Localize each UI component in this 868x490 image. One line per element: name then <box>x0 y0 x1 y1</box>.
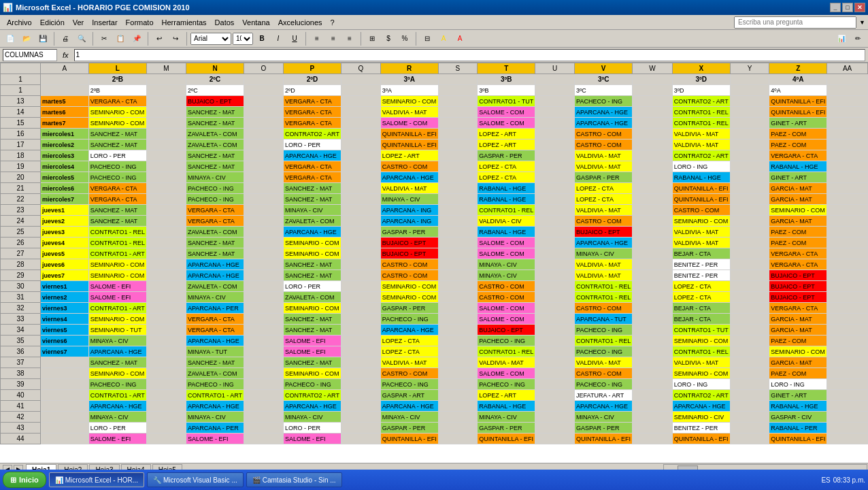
cell-Z38[interactable]: PAEZ - COM <box>769 368 827 379</box>
cell-S22[interactable] <box>438 194 478 205</box>
cell-Z13[interactable]: QUINTANILLA - EFI <box>769 96 827 107</box>
cell-Q32[interactable] <box>341 303 380 314</box>
cell-M35[interactable] <box>146 336 186 346</box>
cell-N26[interactable]: SANCHEZ - MAT <box>186 238 244 248</box>
cell-U16[interactable] <box>535 129 575 140</box>
cell-N33[interactable]: VERGARA - CTA <box>186 314 244 325</box>
cell-M30[interactable] <box>146 281 186 292</box>
cell-Y42[interactable] <box>730 412 769 423</box>
cell-Q22[interactable] <box>341 194 380 205</box>
cell-L37[interactable]: SANCHEZ - MAT <box>88 357 146 368</box>
cell-Q20[interactable] <box>341 172 380 183</box>
cell-X15[interactable]: CONTRATO1 - REL <box>672 118 730 129</box>
cell-P17[interactable]: LORO - PER <box>283 140 341 150</box>
cell-W38[interactable] <box>633 368 672 379</box>
cell-S27[interactable] <box>438 248 478 259</box>
cell-P44[interactable]: SALOME - EFI <box>283 434 341 444</box>
cell-A26[interactable]: jueves4 <box>40 238 88 248</box>
cell-N23[interactable]: VERGARA - CTA <box>186 205 244 216</box>
cell-Q34[interactable] <box>341 325 380 336</box>
cell-X28[interactable]: BENITEZ - PER <box>672 259 730 270</box>
cell-N44[interactable]: SALOME - EFI <box>186 434 244 444</box>
cell-S34[interactable] <box>438 325 478 336</box>
cell-N43[interactable]: APARCANA - PER <box>186 423 244 434</box>
cell-U28[interactable] <box>535 259 575 270</box>
cell-L33[interactable]: SEMINARIO - COM <box>88 314 146 325</box>
cell-V29[interactable]: VALDIVIA - MAT <box>575 270 633 281</box>
cell-L25[interactable]: CONTRATO1 - REL <box>88 227 146 238</box>
cell-A32[interactable]: viernes3 <box>40 303 88 314</box>
cell-L17[interactable]: SANCHEZ - MAT <box>88 140 146 150</box>
cell-L16[interactable]: SANCHEZ - MAT <box>88 129 146 140</box>
cell-P15[interactable]: VERGARA - CTA <box>283 118 341 129</box>
col-S[interactable]: S <box>438 63 478 74</box>
cell-M16[interactable] <box>146 129 186 140</box>
cell-AA37[interactable] <box>827 357 868 368</box>
cell-V20[interactable]: GASPAR - PER <box>575 172 633 183</box>
italic-button[interactable]: I <box>271 31 286 46</box>
cell-X13[interactable]: CONTRATO2 - ART <box>672 96 730 107</box>
cell-R32[interactable]: GASPAR - PER <box>380 303 438 314</box>
cell-Q23[interactable] <box>341 205 380 216</box>
cell-A35[interactable]: viernes6 <box>40 336 88 346</box>
cell-Z23[interactable]: SEMINARIO - COM <box>769 205 827 216</box>
cell-R34[interactable]: APARCANA - HGE <box>380 325 438 336</box>
cell-W36[interactable] <box>633 346 672 357</box>
cell-R19[interactable]: CASTRO - COM <box>380 161 438 172</box>
cell-L13[interactable]: VERGARA - CTA <box>88 96 146 107</box>
cell-O37[interactable] <box>244 357 284 368</box>
cell-T43[interactable]: GASPAR - PER <box>478 423 535 434</box>
cell-P1[interactable]: 2ºD <box>283 85 341 96</box>
menu-ver[interactable]: Ver <box>69 17 88 28</box>
cell-N41[interactable]: APARCANA - HGE <box>186 401 244 412</box>
cell-L20[interactable]: PACHECO - ING <box>88 172 146 183</box>
cell-AA35[interactable] <box>827 336 868 346</box>
cell-V33[interactable]: APARCANA - TUT <box>575 314 633 325</box>
cell-T32[interactable]: SALOME - COM <box>478 303 535 314</box>
cell-Q1[interactable] <box>341 85 380 96</box>
cell-N30[interactable]: ZAVALETA - COM <box>186 281 244 292</box>
cell-O33[interactable] <box>244 314 284 325</box>
cell-L23[interactable]: SANCHEZ - MAT <box>88 205 146 216</box>
cell-AA43[interactable] <box>827 423 868 434</box>
cell-W31[interactable] <box>633 292 672 303</box>
cell-R22[interactable]: MINAYA - CIV <box>380 194 438 205</box>
cell-AA13[interactable] <box>827 96 868 107</box>
cell-S38[interactable] <box>438 368 478 379</box>
cell-M20[interactable] <box>146 172 186 183</box>
cell-W24[interactable] <box>633 216 672 227</box>
cell-L43[interactable]: LORO - PER <box>88 423 146 434</box>
cell-N21[interactable]: PACHECO - ING <box>186 183 244 194</box>
cell-L31[interactable]: SALOME - EFI <box>88 292 146 303</box>
cell-A22[interactable]: miercoles7 <box>40 194 88 205</box>
cell-V23[interactable]: VALDIVIA - MAT <box>575 205 633 216</box>
cell-N35[interactable]: APARCANA - HGE <box>186 336 244 346</box>
cell-Y27[interactable] <box>730 248 769 259</box>
cell-Y31[interactable] <box>730 292 769 303</box>
cell-N20[interactable]: MINAYA - CIV <box>186 172 244 183</box>
cell-Y14[interactable] <box>730 107 769 118</box>
cell-U40[interactable] <box>535 390 575 401</box>
cell-R26[interactable]: BUJAICO - EPT <box>380 238 438 248</box>
cell-A1[interactable] <box>40 85 88 96</box>
cell-AA41[interactable] <box>827 401 868 412</box>
cell-N18[interactable]: SANCHEZ - MAT <box>186 150 244 161</box>
cell-T14[interactable]: SALOME - COM <box>478 107 535 118</box>
cell-A28[interactable]: jueves6 <box>40 259 88 270</box>
col-M[interactable]: M <box>146 63 186 74</box>
cell-V1[interactable]: 3ºC <box>575 74 633 85</box>
menu-axceluciones[interactable]: Axceluciones <box>274 17 327 28</box>
cell-V37[interactable]: VALDIVIA - MAT <box>575 357 633 368</box>
cell-X30[interactable]: LOPEZ - CTA <box>672 281 730 292</box>
preview-button[interactable]: 🔍 <box>74 31 89 46</box>
cell-AA42[interactable] <box>827 412 868 423</box>
cell-Q44[interactable] <box>341 434 380 444</box>
cell-W15[interactable] <box>633 118 672 129</box>
cell-W37[interactable] <box>633 357 672 368</box>
cell-U1[interactable] <box>535 74 575 85</box>
cell-A21[interactable]: miercoles6 <box>40 183 88 194</box>
align-center-button[interactable]: ≡ <box>326 31 341 46</box>
cell-M28[interactable] <box>146 259 186 270</box>
open-button[interactable]: 📂 <box>19 31 34 46</box>
cell-P42[interactable]: MINAYA - CIV <box>283 412 341 423</box>
